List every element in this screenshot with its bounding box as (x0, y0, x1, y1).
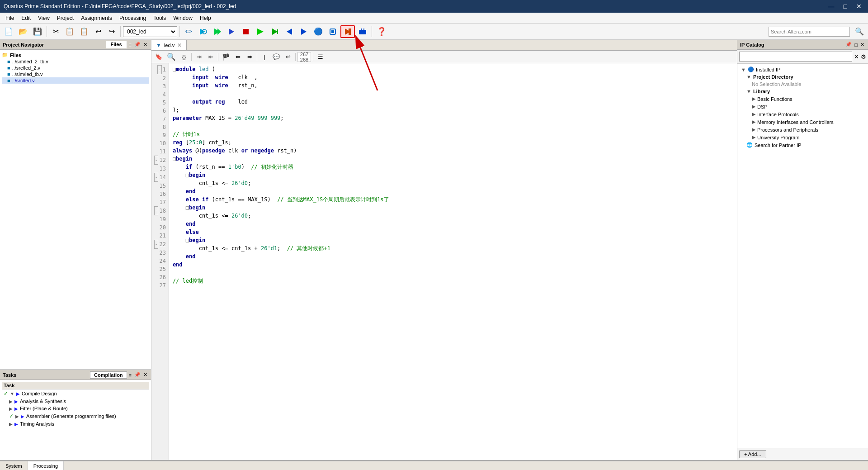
task-run-2[interactable]: ▶ (14, 399, 18, 404)
ip-university[interactable]: ▶ University Program (739, 133, 866, 141)
undo-button[interactable]: ↩ (92, 25, 104, 38)
start-fitter-button[interactable] (210, 25, 224, 38)
search-altera-button[interactable]: 🔍 (853, 25, 866, 38)
project-select[interactable]: 002_led (123, 26, 177, 37)
open-file-button[interactable]: 📂 (16, 25, 30, 38)
menu-assignments[interactable]: Assignments (77, 14, 116, 22)
search-altera-input[interactable] (769, 27, 850, 37)
tab-processing[interactable]: Processing (28, 461, 64, 470)
ip-close-btn[interactable]: ✕ (859, 42, 865, 47)
go-to-line-btn[interactable]: ☰ (315, 52, 326, 62)
task-run-5[interactable]: ▶ (14, 422, 18, 427)
menu-processing[interactable]: Processing (116, 14, 150, 22)
forward-button[interactable] (297, 25, 311, 38)
line-fold-14[interactable]: -14 (154, 173, 166, 182)
menu-window[interactable]: Window (170, 14, 196, 22)
uncomment-btn[interactable]: ↩ (283, 52, 293, 62)
ip-projdir-expand[interactable]: ▼ (746, 74, 751, 80)
help-button[interactable]: ❓ (374, 25, 389, 38)
ip-search-settings-btn[interactable]: ⚙ (861, 52, 866, 62)
add-bookmark-btn[interactable]: 🏴 (220, 52, 231, 62)
task-assembler[interactable]: ✓ ▶ ▶ Assembler (Generate programming fi… (2, 412, 149, 420)
toggle-brace-btn[interactable]: {} (179, 52, 189, 62)
file-led2[interactable]: ■ ../src/led_2.v (2, 65, 149, 71)
next-bookmark-btn[interactable]: ➡ (244, 52, 255, 62)
file-led2-tb[interactable]: ■ ../sim/led_2_tb.v (2, 58, 149, 65)
start-assembler-button[interactable] (225, 25, 238, 38)
ip-installed-expand[interactable]: ▼ (741, 67, 746, 72)
chip-planner-button[interactable]: 🔵 (311, 25, 325, 38)
ip-library-expand[interactable]: ▼ (746, 89, 751, 94)
comment-btn[interactable]: 💬 (271, 52, 282, 62)
programmer-button[interactable] (356, 25, 369, 38)
task-run-4[interactable]: ▶ (21, 414, 24, 419)
analysis-settings-button[interactable]: ✏ (182, 25, 195, 38)
ip-project-dir[interactable]: ▼ Project Directory (739, 73, 866, 81)
ip-search-clear-btn[interactable]: ✕ (854, 52, 859, 62)
ip-partner[interactable]: 🌐 Search for Partner IP (739, 141, 866, 149)
tab-files[interactable]: Files (106, 41, 127, 48)
maximize-button[interactable]: □ (841, 3, 850, 10)
files-folder[interactable]: 📁 Files (2, 52, 149, 58)
line-fold-18[interactable]: -18 (154, 206, 166, 215)
ip-dsp[interactable]: ▶ DSP (739, 103, 866, 110)
task-fitter[interactable]: ▶ ▶ Fitter (Place & Route) (2, 405, 149, 412)
copy-button[interactable]: 📋 (63, 25, 76, 38)
paste-button[interactable]: 📋 (77, 25, 91, 38)
code-content[interactable]: □module led ( input wire clk , input wir… (169, 63, 737, 460)
menu-project[interactable]: Project (53, 14, 77, 22)
task-expand-1[interactable]: ▼ (10, 391, 14, 396)
ip-memory-interfaces[interactable]: ▶ Memory Interfaces and Controllers (739, 118, 866, 126)
new-file-button[interactable]: 📄 (2, 25, 15, 38)
compile-button[interactable] (254, 25, 267, 38)
task-run-3[interactable]: ▶ (14, 406, 18, 411)
task-expand-3[interactable]: ▶ (9, 406, 13, 411)
ip-processors-expand[interactable]: ▶ (752, 127, 755, 133)
tab-system[interactable]: System (0, 461, 28, 470)
rtl-viewer-button[interactable] (268, 25, 282, 38)
task-expand-5[interactable]: ▶ (9, 422, 13, 427)
tasks-close-btn[interactable]: ✕ (142, 371, 148, 379)
task-expand-4[interactable]: ▶ (15, 414, 19, 419)
redo-button[interactable]: ↪ (105, 25, 118, 38)
indent-btn[interactable]: ⇥ (193, 52, 204, 62)
menu-help[interactable]: Help (196, 14, 215, 22)
ip-basic-functions[interactable]: ▶ Basic Functions (739, 95, 866, 103)
menu-file[interactable]: File (2, 14, 18, 22)
ip-add-button[interactable]: + Add... (739, 450, 766, 458)
menu-tools[interactable]: Tools (150, 14, 170, 22)
line-fold-12[interactable]: -12 (154, 156, 166, 165)
file-led[interactable]: ■ ../src/led.v (2, 77, 149, 84)
file-led-tb[interactable]: ■ ../sim/led_tb.v (2, 71, 149, 77)
tab-close-button[interactable]: ✕ (177, 42, 182, 48)
tasks-menu-btn[interactable]: ≡ (128, 371, 132, 379)
ip-processors[interactable]: ▶ Processors and Peripherals (739, 126, 866, 133)
task-analysis-synthesis[interactable]: ▶ ▶ Analysis & Synthesis (2, 398, 149, 405)
ip-university-expand[interactable]: ▶ (752, 134, 755, 140)
minimize-button[interactable]: — (826, 3, 837, 10)
highlighted-button[interactable] (340, 25, 355, 38)
menu-edit[interactable]: Edit (18, 14, 34, 22)
pin-planner-button[interactable] (326, 25, 340, 38)
ip-pin-btn[interactable]: 📌 (844, 42, 853, 47)
ip-library[interactable]: ▼ Library (739, 88, 866, 95)
search-btn[interactable]: 🔍 (165, 52, 178, 62)
ip-interface-protocols[interactable]: ▶ Interface Protocols (739, 110, 866, 118)
nav-pin-btn[interactable]: 📌 (133, 41, 142, 48)
add-line-btn[interactable]: | (259, 52, 270, 62)
tab-compilation[interactable]: Compilation (90, 371, 127, 379)
ip-installed[interactable]: ▼ 🔵 Installed IP (739, 66, 866, 73)
ip-search-input[interactable] (739, 52, 852, 62)
line-fold-1[interactable]: -1 (154, 65, 166, 74)
nav-close-btn[interactable]: ✕ (142, 41, 148, 48)
start-analysis-button[interactable] (196, 25, 209, 38)
prev-bookmark-btn[interactable]: ⬅ (232, 52, 243, 62)
bookmark-btn[interactable]: 🔖 (153, 52, 164, 62)
ip-interface-expand[interactable]: ▶ (752, 111, 755, 117)
ip-dsp-expand[interactable]: ▶ (752, 104, 755, 109)
task-run-1[interactable]: ▶ (16, 391, 20, 396)
line-fold-22[interactable]: -22 (154, 240, 166, 249)
tasks-pin-btn[interactable]: 📌 (133, 371, 142, 379)
task-compile-design[interactable]: ✓ ▼ ▶ Compile Design (2, 389, 149, 398)
unindent-btn[interactable]: ⇤ (205, 52, 216, 62)
